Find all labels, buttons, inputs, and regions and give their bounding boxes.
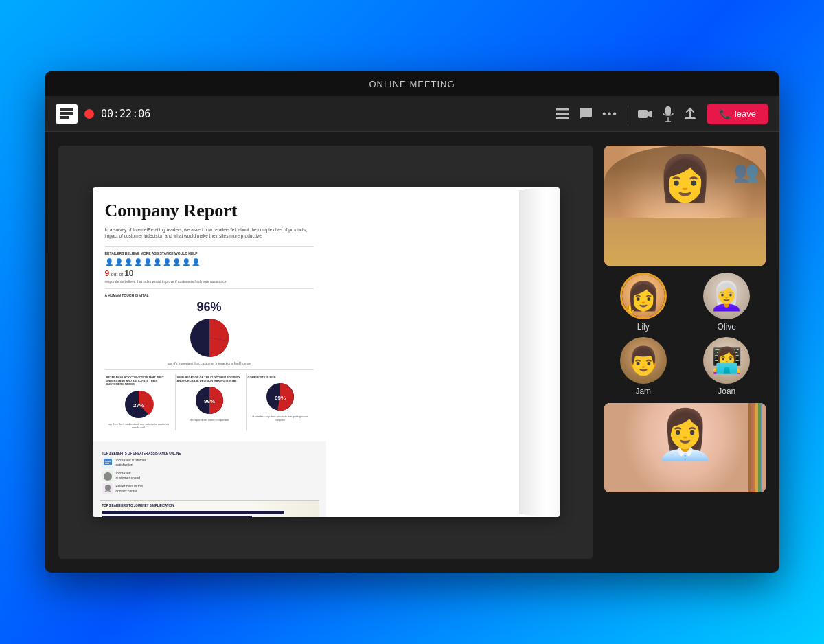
pie-chart-2: 27% xyxy=(106,389,171,419)
avatar-lily: 👩 ✋ xyxy=(620,273,667,319)
presentation-area: Company Report In a survey of InternetRe… xyxy=(58,146,593,559)
svg-rect-19 xyxy=(105,461,111,462)
slide-section-assistance: RETAILERS BELIEVE MORE ASSISTANCE WOULD … xyxy=(105,246,314,288)
more-options-icon[interactable]: ••• xyxy=(602,108,618,120)
camera-icon[interactable] xyxy=(638,108,653,119)
slide-title: Company Report xyxy=(105,201,314,221)
avatar-olive: 👩‍🦳 xyxy=(703,273,750,319)
page-curl xyxy=(519,187,560,517)
svg-rect-6 xyxy=(638,110,648,118)
svg-rect-4 xyxy=(556,113,569,115)
meeting-timer: 00:22:06 xyxy=(101,108,150,120)
pie-chart-4: 69% xyxy=(248,382,312,412)
svg-text:96%: 96% xyxy=(203,398,214,404)
participant-lily: 👩 ✋ Lily xyxy=(604,273,683,332)
avatar-jam: 👨 xyxy=(620,337,667,384)
svg-rect-3 xyxy=(556,108,569,111)
mic-icon[interactable] xyxy=(663,106,674,122)
svg-rect-0 xyxy=(60,108,73,111)
raise-hand-badge-lily: ✋ xyxy=(623,305,635,316)
menu-icon[interactable] xyxy=(556,108,569,119)
svg-rect-10 xyxy=(685,117,696,119)
slide-subtitle: In a survey of InternetRetailing readers… xyxy=(105,227,314,240)
slide-right: TOP 3 BENEFITS OF GREATER ASSISTANCE ONL… xyxy=(93,441,326,517)
svg-text:69%: 69% xyxy=(274,395,285,401)
logo-icon xyxy=(59,107,74,121)
svg-rect-1 xyxy=(60,112,73,115)
participant-joan: 👩‍💻 Joan xyxy=(688,337,766,396)
svg-text:27%: 27% xyxy=(133,402,144,409)
participant-name-lily: Lily xyxy=(637,322,650,332)
svg-rect-22 xyxy=(106,472,109,477)
svg-rect-20 xyxy=(105,463,109,464)
slide-left: Company Report In a survey of InternetRe… xyxy=(93,187,326,441)
participants-panel: 👩 👥 👩 ✋ Lily xyxy=(604,146,766,559)
toolbar-divider xyxy=(628,106,628,122)
participant-name-joan: Joan xyxy=(718,387,735,396)
pie-chart-1 xyxy=(105,317,314,358)
window-title: ONLINE MEETING xyxy=(369,79,455,89)
main-participant-video: 👩 👥 xyxy=(604,146,766,266)
svg-rect-5 xyxy=(556,117,569,119)
participant-jam: 👨 Jam xyxy=(604,337,683,396)
app-logo xyxy=(56,104,78,124)
participant-name-olive: Olive xyxy=(718,322,736,332)
slide-section-bottom: RETAILERS LACK CONVICTION THAT THEY UNDE… xyxy=(105,369,314,435)
pie-chart-3: 96% xyxy=(177,385,242,415)
toolbar-right: ••• xyxy=(556,104,768,124)
main-content: Company Report In a survey of InternetRe… xyxy=(45,132,779,573)
participant-name-jam: Jam xyxy=(635,387,651,396)
benefits-section: TOP 3 BENEFITS OF GREATER ASSISTANCE ONL… xyxy=(100,448,319,501)
participant-olive: 👩‍🦳 Olive xyxy=(688,273,766,332)
barriers-section: TOP 3 BARRIERS TO JOURNEY SIMPLIFICATION xyxy=(100,501,319,517)
svg-rect-7 xyxy=(665,106,671,115)
toolbar: 00:22:06 ••• xyxy=(45,96,779,132)
toolbar-left: 00:22:06 xyxy=(56,104,539,124)
presentation-slide: Company Report In a survey of InternetRe… xyxy=(93,187,560,517)
avatar-joan: 👩‍💻 xyxy=(703,337,750,384)
leave-button[interactable]: 📞 leave xyxy=(707,104,768,124)
svg-rect-18 xyxy=(104,459,112,465)
leave-label: leave xyxy=(735,108,756,119)
app-window: ONLINE MEETING 00:22:06 xyxy=(45,71,779,573)
slide-section-human-touch: A HUMAN TOUCH IS VITAL 96% xyxy=(105,288,314,369)
bottom-participant-video: 👩‍💼 xyxy=(604,403,766,492)
recording-indicator xyxy=(84,109,94,119)
phone-icon: 📞 xyxy=(719,108,731,119)
chat-icon[interactable] xyxy=(579,107,593,120)
people-icons-row: 👤 👤 👤 👤 👤 👤 👤 👤 👤 👤 xyxy=(105,258,314,266)
svg-point-23 xyxy=(105,485,111,490)
participants-grid: 👩 ✋ Lily 👩‍🦳 Olive 👨 xyxy=(604,273,766,396)
svg-rect-2 xyxy=(60,116,69,119)
title-bar: ONLINE MEETING xyxy=(45,71,779,96)
share-screen-icon[interactable] xyxy=(683,107,697,121)
